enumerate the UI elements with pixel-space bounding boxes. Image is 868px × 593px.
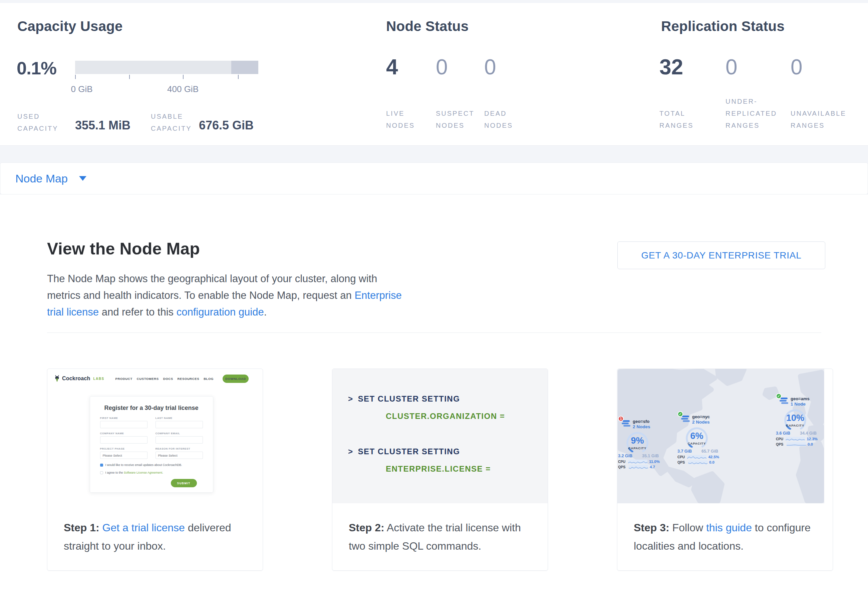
- view-selector-label: Node Map: [15, 172, 68, 185]
- text-input: [155, 436, 203, 444]
- capacity-max: 65.7 GiB: [701, 449, 718, 453]
- live-nodes-stat: 4 LIVE NODES: [386, 56, 415, 131]
- select-input: Please Select: [100, 452, 148, 459]
- text-input: [100, 436, 148, 444]
- agree-text: I agree to the Software License Agreemen…: [105, 471, 163, 474]
- field-label: LAST NAME: [155, 416, 203, 419]
- unavailable-ranges-stat: 0 UNAVAILABLE RANGES: [791, 56, 844, 131]
- locality-header: ✓ geo=ams 1 Node: [776, 396, 818, 407]
- cluster-summary-panel: Capacity Usage 0.1% 0 GiB 400 GiB USED C…: [0, 3, 868, 146]
- axis-tick: [183, 75, 183, 79]
- brand-name: Cockroach: [62, 375, 90, 381]
- locality-node-count: 1 Node: [791, 402, 810, 407]
- capacity-bar: 0 GiB 400 GiB: [75, 61, 258, 74]
- section-divider: [47, 333, 821, 333]
- license-agreement-link: Software License Agreement.: [124, 471, 163, 474]
- capacity-used-percent: 0.1%: [17, 59, 56, 77]
- qps-row: QPS 0.0: [678, 460, 719, 464]
- unavailable-ranges-label: UNAVAILABLE RANGES: [791, 107, 844, 131]
- live-nodes-label: LIVE NODES: [386, 107, 415, 131]
- field-label: COMPANY NAME: [100, 432, 148, 435]
- usable-capacity-value: 676.5 GiB: [199, 118, 254, 132]
- project-phase-field: PROJECT PHASE Please Select: [100, 447, 148, 459]
- steps-row: Cockroach LABS PRODUCT CUSTOMERS DOCS RE…: [47, 369, 868, 571]
- locality-node-count: 2 Nodes: [692, 419, 710, 425]
- reason-field: REASON FOR INTEREST Please Select: [155, 447, 203, 459]
- get-trial-license-link[interactable]: Get a trial license: [102, 522, 185, 534]
- step2-caption: Step 2: Activate the trial license with …: [332, 503, 548, 555]
- step1-card: Cockroach LABS PRODUCT CUSTOMERS DOCS RE…: [47, 369, 263, 571]
- unavailable-ranges-value: 0: [791, 56, 844, 78]
- capacity-used: 3.7 GiB: [678, 449, 692, 453]
- capacity-gauge: 9% CAPACITY: [618, 430, 658, 452]
- healthy-badge-icon: ✓: [776, 393, 782, 399]
- dead-nodes-stat: 0 DEAD NODES: [484, 56, 514, 131]
- error-badge-icon: 1: [618, 416, 624, 422]
- locality-node-count: 2 Nodes: [633, 424, 650, 430]
- used-capacity-label: USED CAPACITY: [17, 110, 58, 134]
- mini-site-header: Cockroach LABS PRODUCT CUSTOMERS DOCS RE…: [54, 374, 249, 383]
- cockroach-bug-icon: [54, 375, 60, 382]
- suspect-nodes-label: SUSPECT NODES: [436, 107, 476, 131]
- total-ranges-value: 32: [660, 56, 692, 78]
- axis-label-400: 400 GiB: [167, 84, 199, 94]
- database-nodes-icon: [682, 416, 690, 422]
- capacity-caption: CAPACITY: [618, 446, 657, 450]
- qps-value: 4.7: [650, 465, 655, 469]
- qps-label: QPS: [618, 465, 627, 469]
- node-map-description: The Node Map shows the geographical layo…: [47, 271, 407, 321]
- database-nodes-icon: [623, 420, 630, 427]
- capacity-bar-track: [75, 61, 258, 74]
- last-name-field: LAST NAME: [155, 416, 203, 428]
- field-label: REASON FOR INTEREST: [155, 447, 203, 450]
- capacity-percent: 6%: [678, 431, 716, 441]
- capacity-range: 3.2 GiB 35.1 GiB: [618, 453, 659, 458]
- capacity-max: 35.1 GiB: [642, 453, 659, 458]
- first-name-field: FIRST NAME: [100, 416, 148, 428]
- cpu-row: CPU 12.3%: [776, 437, 818, 441]
- sql-commands-snippet: >SET CLUSTER SETTING CLUSTER.ORGANIZATIO…: [332, 369, 548, 503]
- get-enterprise-trial-button[interactable]: GET A 30-DAY ENTERPRISE TRIAL: [617, 241, 825, 269]
- configuration-guide-link[interactable]: configuration guide: [177, 306, 264, 318]
- field-label: FIRST NAME: [100, 416, 148, 419]
- registration-screenshot: Cockroach LABS PRODUCT CUSTOMERS DOCS RE…: [47, 369, 263, 503]
- sql-line: >SET CLUSTER SETTING: [348, 447, 548, 456]
- capacity-caption: CAPACITY: [776, 424, 815, 427]
- under-replicated-stat: 0 UNDER- REPLICATED RANGES: [725, 56, 762, 131]
- form-title: Register for a 30-day trial license: [100, 405, 203, 412]
- download-button: DOWNLOAD: [223, 375, 249, 383]
- sql-line-setting: ENTERPRISE.LICENSE =: [386, 465, 548, 473]
- chevron-down-icon: [79, 176, 86, 181]
- cpu-row: CPU 11.0%: [618, 460, 660, 464]
- total-ranges-stat: 32 TOTAL RANGES: [660, 56, 692, 131]
- text-input: [100, 421, 148, 428]
- prompt-icon: >: [348, 447, 353, 456]
- qps-label: QPS: [678, 460, 686, 464]
- live-nodes-value: 4: [386, 56, 415, 78]
- form-fields: FIRST NAME LAST NAME COMPANY NAME C: [100, 416, 203, 459]
- qps-value: 0.0: [709, 460, 714, 464]
- capacity-used: 3.6 GiB: [776, 431, 790, 436]
- cpu-row: CPU 42.5%: [678, 455, 719, 459]
- locality-name: geo=nyc: [692, 414, 710, 419]
- qps-sparkline: [629, 465, 648, 469]
- healthy-badge-icon: ✓: [678, 411, 683, 417]
- nav-item-resources: RESOURCES: [177, 377, 199, 381]
- dead-nodes-label: DEAD NODES: [484, 107, 514, 131]
- cpu-value: 42.5%: [708, 455, 719, 459]
- sql-line-setting: CLUSTER.ORGANIZATION =: [386, 412, 548, 420]
- nav-item-customers: CUSTOMERS: [137, 377, 159, 381]
- qps-value: 0.0: [807, 442, 813, 446]
- locality-header: ✓ geo=nyc 2 Nodes: [678, 414, 719, 425]
- cpu-value: 11.0%: [649, 460, 660, 464]
- under-replicated-label: UNDER- REPLICATED RANGES: [725, 96, 762, 131]
- step3-caption: Step 3: Follow this guide to configure l…: [617, 503, 833, 555]
- cpu-label: CPU: [678, 455, 685, 459]
- view-selector-dropdown[interactable]: Node Map: [0, 162, 868, 194]
- capacity-range: 3.6 GiB 34.4 GiB: [776, 431, 816, 436]
- this-guide-link[interactable]: this guide: [706, 522, 752, 534]
- step-number: Step 3:: [634, 522, 669, 534]
- capacity-used: 3.2 GiB: [618, 453, 632, 458]
- axis-tick: [75, 75, 76, 79]
- checkbox-checked-icon: [100, 464, 103, 466]
